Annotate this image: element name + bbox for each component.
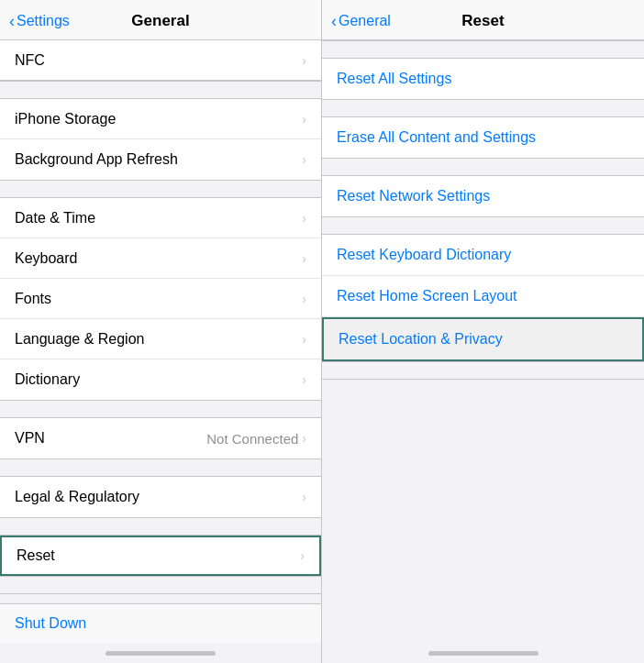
section-separator (0, 180, 321, 198)
section-separator (0, 459, 321, 477)
right-back-label: General (339, 13, 391, 29)
fonts-label: Fonts (15, 291, 51, 307)
vpn-value: Not Connected (206, 431, 298, 447)
right-panel: ‹ General Reset Reset All Settings Erase… (322, 0, 644, 663)
reset-group-1: Reset All Settings (322, 59, 644, 99)
list-item-location-privacy[interactable]: Reset Location & Privacy (322, 317, 644, 361)
chevron-icon: › (302, 332, 306, 347)
list-item-right: › (302, 251, 306, 266)
background-app-label: Background App Refresh (15, 151, 178, 168)
dictionary-label: Dictionary (15, 371, 80, 388)
list-item[interactable]: Legal & Regulatory › (0, 477, 321, 517)
list-item-right: › (302, 372, 306, 387)
left-panel: ‹ Settings General NFC › iPhone Storage … (0, 0, 322, 663)
list-item[interactable]: VPN Not Connected › (0, 418, 321, 459)
back-label: Settings (17, 13, 70, 29)
legal-label: Legal & Regulatory (15, 489, 139, 505)
section-separator (322, 40, 644, 59)
reset-group-4: Reset Keyboard Dictionary Reset Home Scr… (322, 235, 644, 361)
group-vpn: VPN Not Connected › (0, 418, 321, 459)
section-separator (0, 517, 321, 536)
list-item-right: › (302, 152, 306, 167)
nfc-label: NFC (15, 52, 45, 69)
chevron-icon: › (302, 152, 306, 167)
home-bar (105, 651, 216, 656)
reset-list: Reset All Settings Erase All Content and… (322, 40, 644, 643)
chevron-icon: › (302, 251, 306, 266)
group-reset: Reset › (0, 536, 321, 576)
iphone-storage-label: iPhone Storage (15, 111, 116, 127)
list-item-right: › (300, 548, 305, 563)
list-item[interactable]: Date & Time › (0, 198, 321, 238)
list-item[interactable]: Dictionary › (0, 359, 321, 400)
bottom-bar: Shut Down (0, 603, 321, 643)
list-item[interactable]: iPhone Storage › (0, 99, 321, 139)
list-item-right: › (302, 211, 306, 226)
right-home-indicator (322, 643, 644, 663)
reset-label: Reset (17, 547, 55, 564)
reset-network-label: Reset Network Settings (337, 188, 490, 204)
list-item[interactable]: Background App Refresh › (0, 139, 321, 180)
back-chevron-icon: ‹ (331, 13, 337, 29)
list-item-right: › (302, 490, 306, 504)
chevron-icon: › (300, 548, 305, 563)
chevron-icon: › (302, 112, 306, 127)
list-item-right: › (302, 112, 306, 127)
section-separator (322, 216, 644, 235)
reset-home-screen-label: Reset Home Screen Layout (337, 288, 517, 304)
list-item[interactable]: NFC › (0, 40, 321, 81)
settings-list: NFC › iPhone Storage › Background App Re… (0, 40, 321, 603)
list-item-right: Not Connected › (206, 431, 306, 447)
vpn-label: VPN (15, 430, 45, 447)
language-region-label: Language & Region (15, 331, 144, 348)
back-chevron-icon: ‹ (9, 13, 15, 29)
erase-content-label: Erase All Content and Settings (337, 129, 536, 146)
list-item[interactable]: Reset All Settings (322, 59, 644, 99)
list-item[interactable]: Reset Network Settings (322, 176, 644, 216)
list-item-right: › (302, 292, 306, 306)
group-legal: Legal & Regulatory › (0, 477, 321, 517)
chevron-icon: › (302, 372, 306, 387)
shut-down-button[interactable]: Shut Down (15, 615, 86, 631)
reset-group-2: Erase All Content and Settings (322, 117, 644, 158)
section-separator (322, 99, 644, 117)
nfc-chevron-icon: › (302, 53, 306, 68)
chevron-icon: › (302, 292, 306, 306)
reset-location-privacy-label: Reset Location & Privacy (339, 331, 503, 348)
right-home-bar (428, 651, 539, 656)
list-item[interactable]: Reset Home Screen Layout (322, 276, 644, 317)
section-separator (0, 400, 321, 418)
section-separator (0, 576, 321, 594)
group-datetime: Date & Time › Keyboard › Fonts › Languag… (0, 198, 321, 400)
list-item[interactable]: Fonts › (0, 279, 321, 319)
list-item[interactable]: Reset Keyboard Dictionary (322, 235, 644, 276)
right-nav-bar: ‹ General Reset (322, 0, 644, 40)
group-storage: iPhone Storage › Background App Refresh … (0, 99, 321, 180)
left-nav-bar: ‹ Settings General (0, 0, 321, 40)
section-separator (0, 81, 321, 99)
chevron-icon: › (302, 431, 306, 446)
section-separator (322, 158, 644, 176)
chevron-icon: › (302, 490, 306, 504)
date-time-label: Date & Time (15, 210, 95, 227)
keyboard-label: Keyboard (15, 250, 78, 267)
left-nav-title: General (131, 12, 189, 30)
reset-keyboard-label: Reset Keyboard Dictionary (337, 247, 511, 263)
list-item[interactable]: Language & Region › (0, 319, 321, 359)
list-item-reset[interactable]: Reset › (0, 536, 321, 576)
general-back-button[interactable]: ‹ General (331, 13, 391, 29)
right-nav-title: Reset (461, 12, 504, 30)
list-item[interactable]: Keyboard › (0, 238, 321, 279)
home-indicator (0, 643, 321, 663)
reset-all-settings-label: Reset All Settings (337, 71, 451, 87)
chevron-icon: › (302, 211, 306, 226)
section-separator (322, 361, 644, 380)
reset-group-3: Reset Network Settings (322, 176, 644, 216)
list-item[interactable]: Erase All Content and Settings (322, 117, 644, 158)
settings-back-button[interactable]: ‹ Settings (9, 13, 70, 29)
list-item-right: › (302, 332, 306, 347)
